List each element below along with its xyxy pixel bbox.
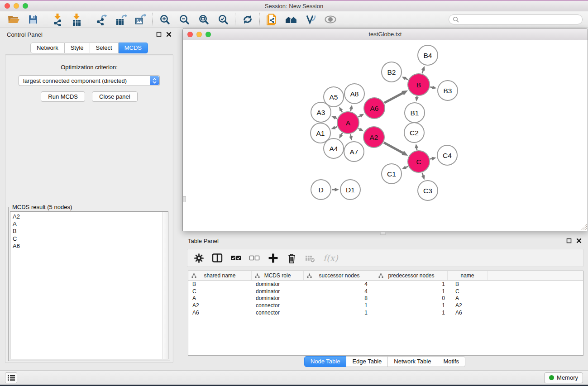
table-cell[interactable]: 4 [304, 288, 375, 295]
table-cell[interactable]: 4 [304, 281, 375, 287]
import-network-button[interactable] [48, 12, 67, 27]
refresh-button[interactable] [238, 12, 257, 27]
zoom-out-button[interactable] [174, 12, 194, 27]
toolbar-search[interactable] [449, 14, 583, 24]
home-button[interactable] [282, 12, 301, 27]
minimize-window-button[interactable] [14, 3, 19, 9]
zoom-window-button[interactable] [23, 3, 28, 9]
tab-node-table[interactable]: Node Table [304, 356, 347, 367]
table-cell[interactable]: 8 [304, 295, 375, 301]
hide-panel-button[interactable] [320, 12, 340, 27]
table-cell[interactable]: dominator [252, 288, 304, 295]
table-cell[interactable]: 1 [375, 302, 448, 309]
mcds-tab-content: Optimization criterion: largest connecte… [5, 54, 173, 363]
tab-edge-table[interactable]: Edge Table [346, 356, 388, 367]
criterion-select[interactable]: largest connected component (directed) [19, 75, 160, 86]
select-all-button[interactable] [230, 253, 241, 263]
close-panel-icon[interactable] [576, 238, 582, 243]
column-header-shared-name[interactable]: shared name [188, 271, 252, 280]
table-cell[interactable]: B [448, 281, 488, 287]
table-cell[interactable]: A [448, 295, 488, 301]
column-header-name[interactable]: name [448, 271, 488, 280]
add-column-button[interactable] [268, 253, 279, 264]
table-cell[interactable]: 1 [304, 302, 375, 309]
network-window-titlebar[interactable]: testGlobe.txt [183, 29, 588, 40]
table-cell[interactable]: 1 [375, 281, 448, 287]
tab-style[interactable]: Style [65, 43, 90, 53]
table-cell[interactable]: B [188, 281, 252, 287]
export-image-button[interactable] [130, 12, 150, 27]
float-panel-icon[interactable] [566, 238, 572, 243]
column-header-mcds-role[interactable]: MCDS role [252, 271, 304, 280]
table-cell[interactable]: C [188, 288, 252, 295]
table-cell[interactable]: A2 [188, 302, 252, 309]
task-history-button[interactable] [5, 372, 17, 383]
divider-grip[interactable] [183, 196, 186, 202]
float-panel-icon[interactable] [156, 32, 162, 37]
mcds-result-list[interactable]: A2ABCA6 [10, 211, 168, 359]
tab-network[interactable]: Network [30, 43, 65, 53]
column-header-predecessor-nodes[interactable]: predecessor nodes [375, 271, 448, 280]
tab-mcds[interactable]: MCDS [119, 43, 148, 53]
export-network-button[interactable] [91, 12, 111, 27]
open-session-button[interactable] [4, 12, 23, 27]
tab-motifs[interactable]: Motifs [437, 356, 465, 367]
minimize-window-button[interactable] [196, 32, 202, 37]
table-cell[interactable]: C [448, 288, 488, 295]
table-cell[interactable]: A2 [448, 302, 488, 309]
search-input[interactable] [461, 16, 578, 23]
table-cell[interactable]: 1 [375, 310, 448, 316]
network-from-selection-button[interactable] [262, 12, 282, 27]
table-cell[interactable]: dominator [252, 295, 304, 301]
column-layout-button[interactable] [212, 253, 223, 263]
graph-edge[interactable] [384, 93, 403, 103]
list-item[interactable]: C [13, 235, 166, 243]
table-settings-button[interactable] [194, 253, 204, 263]
close-panel-icon[interactable] [166, 32, 172, 37]
table-cell[interactable]: 1 [375, 288, 448, 295]
run-mcds-button[interactable]: Run MCDS [41, 91, 85, 102]
network-canvas[interactable]: B4B2BB3A8A5A6B1A3AA1C2A2A4A7C4CC1C3DD1 [183, 41, 588, 231]
table-row[interactable]: Adominator80A [188, 295, 583, 302]
resize-grip-icon[interactable] [580, 223, 587, 230]
table-cell[interactable]: A [188, 295, 252, 301]
table-row[interactable]: Cdominator41C [188, 288, 583, 295]
zoom-fit-button[interactable] [194, 12, 213, 27]
table-cell[interactable]: connector [252, 310, 304, 316]
delete-column-button[interactable] [287, 253, 297, 264]
tab-network-table[interactable]: Network Table [388, 356, 437, 367]
memory-button[interactable]: Memory [544, 372, 583, 383]
close-window-button[interactable] [5, 3, 10, 9]
close-window-button[interactable] [187, 32, 193, 37]
table-cell[interactable]: 1 [304, 310, 375, 316]
column-header-successor-nodes[interactable]: successor nodes [304, 271, 375, 280]
list-item[interactable]: B [13, 228, 166, 235]
table-row[interactable]: Bdominator41B [188, 281, 583, 288]
table-row[interactable]: A6connector11A6 [188, 309, 583, 316]
graphics-details-button[interactable] [301, 12, 320, 27]
graph-edge[interactable] [384, 143, 404, 153]
list-item[interactable]: A2 [13, 213, 166, 220]
function-builder-button-disabled: f(x) [323, 253, 338, 263]
graph-node-label: A5 [330, 93, 338, 101]
zoom-in-button[interactable] [155, 12, 174, 27]
table-row[interactable]: A2connector11A2 [188, 302, 583, 309]
import-table-button[interactable] [67, 12, 86, 27]
save-session-button[interactable] [23, 12, 43, 27]
table-cell[interactable]: A6 [188, 310, 252, 316]
list-item[interactable]: A [13, 220, 166, 228]
table-cell[interactable]: 0 [375, 295, 448, 301]
table-cell[interactable]: connector [252, 302, 304, 309]
deselect-all-button[interactable] [249, 253, 260, 263]
scrollbar[interactable] [162, 212, 168, 359]
divider-grip[interactable] [380, 232, 386, 235]
export-table-button[interactable] [111, 12, 130, 27]
table-cell[interactable]: A6 [448, 310, 488, 316]
zoom-window-button[interactable] [206, 32, 211, 37]
table-cell[interactable]: dominator [252, 281, 304, 287]
network-graph[interactable]: B4B2BB3A8A5A6B1A3AA1C2A2A4A7C4CC1C3DD1 [183, 41, 588, 231]
zoom-selected-button[interactable] [213, 12, 233, 27]
tab-select[interactable]: Select [90, 43, 119, 53]
list-item[interactable]: A6 [13, 243, 166, 250]
close-panel-button[interactable]: Close panel [92, 91, 138, 102]
